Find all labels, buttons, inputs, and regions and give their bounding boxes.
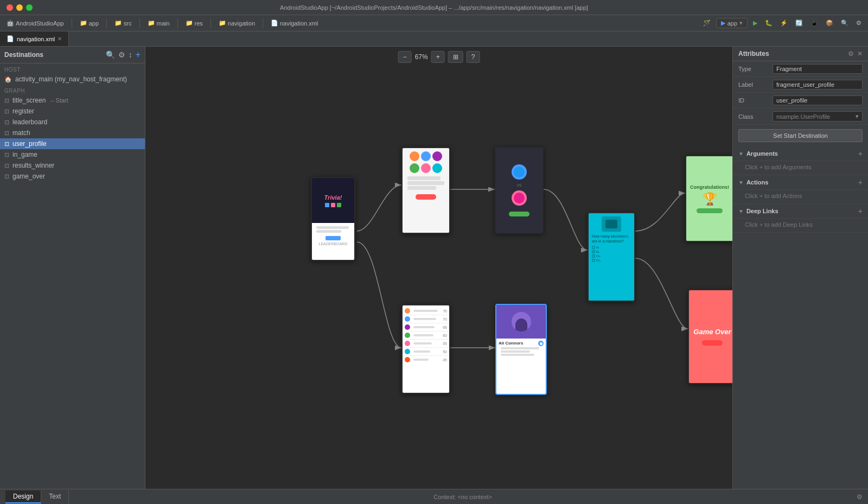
connection-arrows [145, 47, 732, 489]
toolbar-settings-button[interactable]: ⚙ [854, 18, 864, 28]
fragment-icon-0: ⊡ [4, 97, 9, 104]
help-button[interactable]: ? [467, 51, 480, 63]
sidebar-item-user-profile[interactable]: ⊡ user_profile [0, 138, 145, 149]
fragment-icon-1: ⊡ [4, 108, 9, 115]
deep-links-add-button[interactable]: + [858, 207, 863, 215]
graph-section-label: GRAPH [0, 85, 145, 95]
arguments-add-button[interactable]: + [858, 149, 863, 158]
main-toolbar: 🤖 AndroidStudioApp 📁 app 📁 src 📁 main 📁 … [0, 15, 868, 31]
folder-icon-4: 📁 [186, 20, 193, 27]
toolbar-separator [72, 18, 72, 28]
actions-section-header[interactable]: ▼ Actions + [733, 175, 868, 190]
sidebar-item-leaderboard[interactable]: ⊡ leaderboard [0, 117, 145, 127]
fit-screen-button[interactable]: ⊞ [448, 51, 463, 63]
node-in-game[interactable]: in_game How many kilometers are in a mar… [588, 212, 635, 302]
zoom-in-button[interactable]: + [431, 51, 445, 63]
fragment-icon-4: ⊡ [4, 141, 9, 148]
window-title: AndroidStudioApp [~/AndroidStudioProject… [280, 4, 588, 11]
node-leaderboard[interactable]: leaderboard 76 70 68 [401, 304, 450, 394]
attr-id-value[interactable]: user_profile [773, 95, 863, 105]
attributes-title: Attributes [738, 50, 769, 58]
settings-icon[interactable]: ⚙ [118, 50, 125, 59]
attributes-panel: Attributes ⚙ ✕ Type Fragment Label fragm… [732, 47, 868, 489]
class-dropdown-arrow[interactable]: ▾ [856, 113, 859, 120]
sidebar-actions: 🔍 ⚙ ↕ + [106, 50, 141, 60]
toolbar-run-config[interactable]: ▶ app ▾ [716, 18, 748, 28]
deep-links-section-header[interactable]: ▼ Deep Links + [733, 204, 868, 219]
sidebar-item-activity-main[interactable]: 🏠 activity_main (my_nav_host_fragment) [0, 74, 145, 85]
node-results-winner[interactable]: results_winner Congratulations! 🏆 [685, 155, 732, 242]
toolbar-res[interactable]: 📁 res [183, 18, 205, 28]
tab-text[interactable]: Text [41, 490, 69, 503]
sidebar-item-in-game[interactable]: ⊡ in_game [0, 149, 145, 160]
set-start-destination-button[interactable]: Set Start Destination [738, 129, 863, 142]
attr-type-value[interactable]: Fragment [773, 64, 863, 74]
toolbar-separator-4 [177, 18, 178, 28]
fragment-icon-2: ⊡ [4, 119, 9, 126]
folder-icon: 📁 [80, 20, 87, 27]
toolbar-app-name[interactable]: 🤖 AndroidStudioApp [4, 18, 66, 28]
tab-design[interactable]: Design [5, 490, 41, 503]
toolbar-search-button[interactable]: 🔍 [839, 18, 851, 28]
close-button[interactable] [7, 4, 13, 11]
deep-links-section-content: Click + to add Deep Links [733, 219, 868, 233]
attr-id-label: ID [738, 97, 768, 104]
maximize-button[interactable] [26, 4, 33, 11]
actions-add-button[interactable]: + [858, 178, 863, 187]
panel-settings-icon[interactable]: ⚙ [848, 50, 854, 58]
sidebar-item-game-over[interactable]: ⊡ game_over [0, 171, 145, 182]
attr-label-value[interactable]: fragment_user_profile [773, 80, 863, 90]
sidebar-header: Destinations 🔍 ⚙ ↕ + [0, 47, 145, 63]
toolbar-main[interactable]: 📁 main [145, 18, 172, 28]
toolbar-sdk[interactable]: 📦 [824, 18, 835, 28]
navigation-canvas[interactable]: − 67% + ⊞ ? [145, 47, 732, 489]
sidebar-item-title-screen[interactable]: ⊡ title_screen – Start [0, 95, 145, 106]
attr-type-label: Type [738, 66, 768, 72]
toolbar-debug-button[interactable]: 🐛 [763, 18, 775, 28]
panel-close-icon[interactable]: ✕ [857, 50, 863, 58]
toolbar-run-button[interactable]: ▶ [751, 18, 760, 28]
settings-bottom-icon[interactable]: ⚙ [857, 493, 863, 501]
xml-icon: 📄 [271, 20, 278, 27]
deep-links-section-title: Deep Links [746, 208, 778, 214]
arguments-section-header[interactable]: ▼ Arguments + [733, 146, 868, 161]
canvas-toolbar: − 67% + ⊞ ? [398, 51, 480, 63]
tab-close-button[interactable]: ✕ [58, 36, 62, 42]
sort-icon[interactable]: ↕ [129, 50, 132, 59]
minimize-button[interactable] [16, 4, 23, 11]
add-destination-icon[interactable]: + [136, 50, 141, 60]
search-icon[interactable]: 🔍 [106, 50, 115, 59]
arguments-section-content: Click + to add Arguments [733, 161, 868, 175]
toolbar-magic-wand[interactable]: 🪄 [701, 18, 713, 28]
toolbar-app[interactable]: 📁 app [78, 18, 101, 28]
arguments-arrow-icon: ▼ [738, 151, 744, 157]
sidebar-item-register[interactable]: ⊡ register [0, 106, 145, 117]
node-register[interactable]: register [401, 147, 450, 234]
toolbar-separator-6 [263, 18, 263, 28]
attr-class-value[interactable]: nsample.UserProfile ▾ [773, 111, 863, 122]
traffic-lights [7, 4, 33, 11]
run-icon: ▶ [753, 20, 757, 27]
node-game-over[interactable]: game_over Game Over [688, 289, 732, 384]
attr-id-row: ID user_profile [733, 93, 868, 109]
toolbar-src[interactable]: 📁 src [112, 18, 134, 28]
deep-links-arrow-icon: ▼ [738, 208, 744, 214]
zoom-out-button[interactable]: − [398, 51, 412, 63]
toolbar-more-actions[interactable]: ⚡ [778, 18, 790, 28]
dropdown-arrow: ▾ [739, 20, 743, 27]
title-bar: AndroidStudioApp [~/AndroidStudioProject… [0, 0, 868, 15]
toolbar-sync[interactable]: 🔄 [793, 18, 805, 28]
tab-navigation-xml[interactable]: 📄 navigation.xml ✕ [0, 31, 69, 46]
sidebar-item-match[interactable]: ⊡ match [0, 127, 145, 138]
toolbar-navigation[interactable]: 📁 navigation [216, 18, 257, 28]
sidebar-item-results-winner[interactable]: ⊡ results_winner [0, 160, 145, 171]
fragment-icon-5: ⊡ [4, 151, 9, 158]
actions-section-title: Actions [746, 179, 768, 186]
node-match[interactable]: match vs [495, 147, 544, 234]
toolbar-navxml[interactable]: 📄 navigation.xml [269, 18, 320, 28]
toolbar-separator-3 [139, 18, 140, 28]
node-user-profile[interactable]: user_profile Ali Connors [495, 304, 547, 395]
toolbar-separator-5 [210, 18, 211, 28]
toolbar-avd[interactable]: 📱 [808, 18, 820, 28]
node-title-screen[interactable]: ⌂ title_screen Trivia! LEADERBOARD [311, 177, 355, 261]
